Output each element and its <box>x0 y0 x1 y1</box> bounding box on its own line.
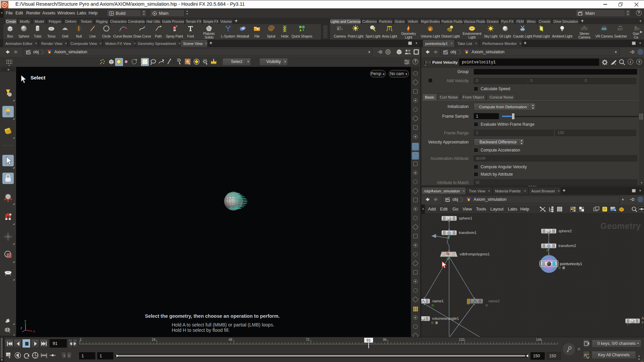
svg-text:144: 144 <box>536 338 542 342</box>
svg-text:48: 48 <box>228 338 232 342</box>
svg-text:120: 120 <box>459 338 465 342</box>
svg-text:y: y <box>24 319 26 323</box>
svg-text:z: z <box>20 326 22 330</box>
svg-text:96: 96 <box>383 338 387 342</box>
svg-text:1: 1 <box>80 338 82 342</box>
svg-text:24: 24 <box>152 338 156 342</box>
svg-text:x: x <box>33 329 35 333</box>
svg-text:72: 72 <box>306 338 310 342</box>
